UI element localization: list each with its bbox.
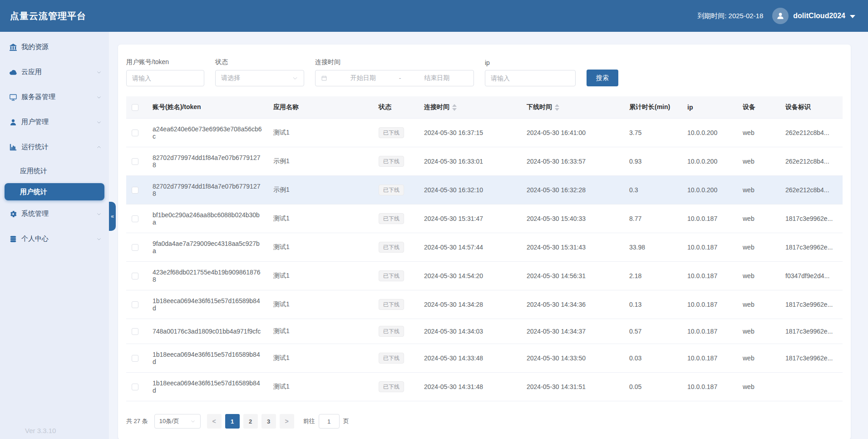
table-row[interactable]: 423e2f68db021755e4b19b9098618768 测试1 已下线… [126,262,843,290]
chevron-down-icon [190,419,196,424]
user-stats-table: 账号(姓名)/token 应用名称 状态 连接时间 下线时间 [126,96,843,401]
sidebar-item-server-management[interactable]: 服务器管理 [0,85,109,110]
calendar-icon [321,75,327,81]
row-checkbox[interactable] [132,301,138,308]
table-row[interactable]: 9fa0da4ae7a729009ec4318aa5c927ba 测试1 已下线… [126,233,843,262]
search-button[interactable]: 搜索 [587,70,618,86]
account-input[interactable] [126,70,204,86]
chevron-up-icon [96,145,102,150]
sidebar-item-label: 系统管理 [21,210,96,218]
page-button-2[interactable]: 2 [243,414,258,429]
connect-time-filter-label: 连接时间 [315,58,474,66]
table-row[interactable]: 1b18eeca0694e36f615e57d16589b84d 测试1 已下线… [126,373,843,401]
row-checkbox[interactable] [132,273,138,279]
app-version: Ver 3.3.10 [25,427,56,434]
sidebar-item-personal-center[interactable]: 个人中心 [0,226,109,251]
sort-caret-icon[interactable] [555,104,559,111]
row-checkbox[interactable] [132,244,138,251]
table-row[interactable]: 82702d779974dd1f84a7e07b67791278 示例1 已下线… [126,176,843,205]
chevron-down-icon [292,75,298,81]
goto-page-input[interactable] [319,414,340,429]
sidebar-item-app-statistics[interactable]: 应用统计 [0,160,109,182]
status-badge: 已下线 [379,242,404,253]
sidebar-item-user-statistics[interactable]: 用户统计 [5,183,104,200]
status-badge: 已下线 [379,127,404,138]
cloud-icon [9,68,17,76]
page-button-3[interactable]: 3 [261,414,276,429]
expiry-date: 到期时间: 2025-02-18 [697,12,763,20]
table-row[interactable]: 748a00176c3ad1809c01bb4a971f9cfc 测试1 已下线… [126,319,843,344]
status-select[interactable]: 请选择 [215,70,304,86]
chevron-down-icon [96,70,102,75]
status-badge: 已下线 [379,381,404,392]
row-checkbox[interactable] [132,187,138,194]
sidebar-item-user-management[interactable]: 用户管理 [0,110,109,135]
status-select-placeholder: 请选择 [221,74,240,82]
row-checkbox[interactable] [132,384,138,390]
page-button-1[interactable]: 1 [225,414,240,429]
date-range-picker[interactable]: 开始日期 - 结束日期 [315,70,474,86]
app-title: 点量云流管理平台 [10,10,86,22]
sidebar-item-run-statistics[interactable]: 运行统计 [0,135,109,160]
filter-bar: 用户账号/token 状态 请选择 连接时间 开始日期 - [126,58,843,86]
sidebar-item-label: 个人中心 [21,234,96,243]
column-device-id: 设备标识 [780,96,843,119]
column-offline-time[interactable]: 下线时间 [521,96,624,119]
account-filter-label: 用户账号/token [126,58,204,66]
chevron-down-icon [96,120,102,125]
ip-input[interactable] [485,70,576,86]
username: dolitCloud2024 [793,12,845,20]
table-row[interactable]: 1b18eeca0694e36f615e57d16589b84d 测试1 已下线… [126,290,843,319]
bank-icon [9,43,17,51]
goto-label: 前往 [303,417,315,425]
status-badge: 已下线 [379,299,404,310]
table-row[interactable]: bf1be0c290a246aa8bc6088b024b30ba 测试1 已下线… [126,205,843,233]
chevron-down-icon [96,236,102,242]
sidebar-item-label: 用户管理 [21,118,96,126]
row-checkbox[interactable] [132,158,138,165]
user-icon [9,118,17,126]
page-size-select[interactable]: 10条/页 [154,414,201,429]
date-end-input[interactable]: 结束日期 [405,74,468,82]
content-card: 用户账号/token 状态 请选择 连接时间 开始日期 - [118,45,851,439]
sidebar-item-my-resources[interactable]: 我的资源 [0,35,109,60]
row-checkbox[interactable] [132,355,138,362]
ip-filter-label: ip [485,59,576,66]
page-suffix-label: 页 [343,417,349,425]
prev-page-button[interactable]: < [207,414,222,429]
table-row[interactable]: 82702d779974dd1f84a7e07b67791278 示例1 已下线… [126,147,843,176]
gear-icon [9,210,17,218]
row-checkbox[interactable] [132,328,138,335]
select-all-checkbox[interactable] [132,104,138,111]
next-page-button[interactable]: > [280,414,294,429]
column-status: 状态 [373,96,419,119]
status-badge: 已下线 [379,213,404,224]
top-header: 点量云流管理平台 到期时间: 2025-02-18 dolitCloud2024 [0,0,868,32]
pagination-bar: 共 27 条 10条/页 < 1 2 3 > 前往 页 [126,414,843,429]
status-filter-label: 状态 [215,58,304,66]
sidebar-item-label: 我的资源 [21,43,102,51]
row-checkbox[interactable] [132,130,138,136]
sidebar-item-system-management[interactable]: 系统管理 [0,201,109,226]
sort-caret-icon[interactable] [452,104,457,111]
sidebar: 我的资源 云应用 服务器管理 用户管理 [0,32,109,439]
table-header-row: 账号(姓名)/token 应用名称 状态 连接时间 下线时间 [126,96,843,119]
chevron-down-icon [850,15,855,18]
user-avatar-icon [772,8,789,24]
column-device: 设备 [737,96,780,119]
date-start-input[interactable]: 开始日期 [332,74,395,82]
sidebar-collapse-button[interactable]: « [109,202,116,231]
table-row[interactable]: 1b18eeca0694e36f615e57d16589b84d 测试1 已下线… [126,344,843,373]
database-icon [9,235,17,243]
column-duration: 累计时长(min) [624,96,682,119]
table-row[interactable]: a24ea6240e60e73e69963e708a56cb6c 测试1 已下线… [126,119,843,147]
user-menu[interactable]: dolitCloud2024 [772,8,855,24]
status-badge: 已下线 [379,326,404,337]
status-badge: 已下线 [379,353,404,364]
main-content: 用户账号/token 状态 请选择 连接时间 开始日期 - [109,32,868,439]
column-connect-time[interactable]: 连接时间 [419,96,521,119]
sidebar-item-cloud-apps[interactable]: 云应用 [0,60,109,85]
sidebar-item-label: 运行统计 [21,143,96,151]
sidebar-item-label: 服务器管理 [21,93,96,101]
row-checkbox[interactable] [132,215,138,222]
